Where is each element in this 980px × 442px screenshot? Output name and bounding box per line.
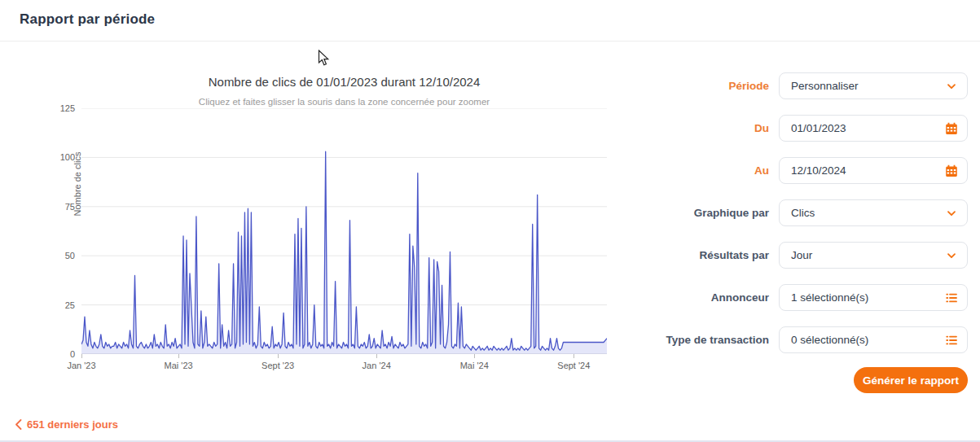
chevron-down-icon [945, 249, 958, 262]
chart-canvas [81, 108, 607, 354]
list-icon [945, 334, 958, 347]
header-divider [0, 41, 980, 42]
annonceur-multiselect[interactable]: 1 sélectionné(s) [779, 284, 968, 311]
au-label: Au [644, 157, 769, 184]
form-row-du: Du 01/01/2023 [644, 115, 968, 142]
y-tick-label: 50 [47, 251, 75, 260]
periode-label: Période [644, 72, 769, 99]
resultats-par-value: Jour [780, 249, 945, 261]
last-days-label: 651 derniers jours [27, 418, 118, 431]
clicks-line-chart[interactable] [81, 108, 607, 354]
form-row-annonceur: Annonceur 1 sélectionné(s) [644, 284, 968, 311]
calendar-icon [945, 122, 958, 135]
list-icon [945, 291, 958, 304]
line-path [81, 151, 607, 350]
x-axis-ticks: Jan '23Mai '23Sept '23Jan '24Mai '24Sept… [0, 354, 980, 379]
form-row-type-transaction: Type de transaction 0 sélectionné(s) [644, 326, 968, 353]
line-fill [81, 151, 607, 354]
graphique-par-label: Graphique par [644, 199, 769, 226]
type-transaction-multiselect[interactable]: 0 sélectionné(s) [779, 326, 968, 353]
chart-subtitle: Cliquez et faites glisser la souris dans… [81, 97, 607, 107]
type-transaction-label: Type de transaction [644, 326, 769, 353]
chart-title: Nombre de clics de 01/01/2023 durant 12/… [81, 75, 607, 89]
au-value: 12/10/2024 [780, 164, 945, 177]
type-transaction-value: 0 sélectionné(s) [780, 334, 945, 346]
page-title: Rapport par période [20, 11, 155, 28]
generate-report-button[interactable]: Générer le rapport [854, 367, 968, 393]
resultats-par-label: Résultats par [644, 242, 769, 269]
last-days-link[interactable]: 651 derniers jours [15, 418, 118, 431]
y-tick-label: 25 [47, 300, 75, 310]
annonceur-value: 1 sélectionné(s) [780, 291, 945, 304]
form-row-periode: Période Personnaliser [644, 72, 968, 99]
periode-value: Personnaliser [780, 80, 945, 92]
chevron-left-icon [15, 419, 22, 430]
graphique-par-select[interactable]: Clics [779, 199, 968, 226]
resultats-par-select[interactable]: Jour [779, 242, 968, 269]
du-date-input[interactable]: 01/01/2023 [779, 115, 968, 142]
form-row-resultats-par: Résultats par Jour [644, 242, 968, 269]
chevron-down-icon [945, 80, 958, 93]
graphique-par-value: Clics [780, 207, 945, 219]
mouse-cursor-icon [318, 50, 330, 67]
annonceur-label: Annonceur [644, 284, 769, 311]
periode-select[interactable]: Personnaliser [779, 72, 968, 99]
calendar-icon [945, 164, 958, 177]
du-label: Du [644, 115, 769, 142]
gridlines [81, 108, 607, 354]
y-tick-label: 125 [47, 103, 75, 113]
du-value: 01/01/2023 [780, 122, 945, 134]
report-page: Rapport par période Nombre de clics de 0… [0, 0, 980, 442]
form-row-graphique-par: Graphique par Clics [644, 199, 968, 226]
form-row-au: Au 12/10/2024 [644, 157, 968, 184]
y-tick-label: 75 [47, 202, 75, 212]
chevron-down-icon [945, 207, 958, 220]
au-date-input[interactable]: 12/10/2024 [779, 157, 968, 184]
y-tick-label: 100 [47, 152, 75, 162]
